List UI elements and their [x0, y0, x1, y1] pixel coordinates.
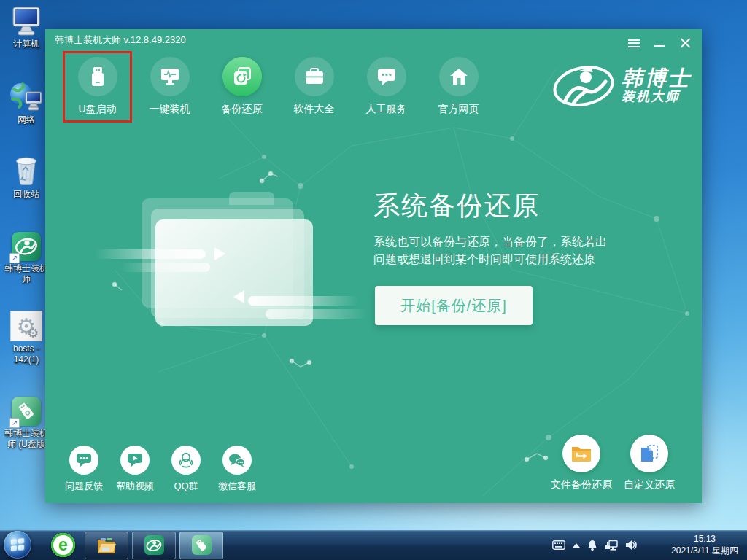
brand-logo: 韩博士 装机大师 [551, 61, 692, 109]
desktop-icon-label: hosts - 142(1) [3, 343, 50, 365]
page-title: 系统备份还原 [374, 188, 540, 224]
wechat-icon [222, 446, 252, 475]
app-window: 韩博士装机大师 v.12.8.49.2320 U盘启动 [45, 29, 702, 503]
desktop-icon-label: 回收站 [3, 189, 50, 200]
system-tray [552, 530, 638, 560]
file-backup-icon [562, 435, 600, 472]
hosts-gears-icon: ⚙⚙ [3, 309, 50, 341]
volume-icon[interactable] [625, 540, 638, 551]
footer-link-label: 问题反馈 [61, 480, 107, 493]
clock-date: 2021/3/11 星期四 [664, 545, 746, 556]
brand-name: 韩博士 [622, 67, 692, 89]
keyboard-icon[interactable] [552, 540, 565, 550]
backup-restore-icon [222, 57, 262, 96]
nav-label: U盘启动 [61, 103, 133, 116]
folders-illustration [140, 195, 322, 334]
footer-link-qq-group[interactable]: QQ群 [163, 446, 209, 493]
footer-link-label: 帮助视频 [112, 480, 158, 493]
recycle-bin-icon [3, 155, 50, 187]
desktop-icon-hosts[interactable]: ⚙⚙ hosts - 142(1) [3, 309, 50, 365]
briefcase-icon [295, 57, 334, 96]
window-title: 韩博士装机大师 v.12.8.49.2320 [55, 34, 186, 47]
nav-label: 软件大全 [278, 103, 350, 116]
nav-item-one-key-install[interactable]: 一键装机 [133, 57, 206, 116]
hanboshi-usb-icon [192, 535, 212, 555]
desktop-icon-hanboshi-usb[interactable]: ↗ 韩博士装机 师 (U盘版 [3, 394, 50, 450]
custom-restore-icon [630, 435, 668, 472]
show-hidden-icons-button[interactable] [573, 543, 580, 548]
taskbar-hanboshi-button[interactable] [132, 532, 176, 559]
taskbar-buttons [85, 530, 223, 560]
nav-label: 备份还原 [206, 103, 278, 116]
nav-item-usb-boot[interactable]: U盘启动 [61, 57, 133, 116]
hanboshi-app-icon [144, 535, 164, 555]
start-button[interactable] [4, 531, 31, 559]
hamburger-icon [628, 39, 640, 47]
menu-button[interactable] [626, 36, 642, 50]
footer-link-video-help[interactable]: 帮助视频 [112, 446, 158, 493]
taskbar-explorer-button[interactable] [85, 532, 128, 559]
taskbar-clock[interactable]: 15:13 2021/3/11 星期四 [664, 533, 746, 556]
page-description: 系统也可以备份与还原，当备份了，系统若出 问题或想退回到某个时间即可使用系统还原 [374, 233, 607, 268]
qq-icon [171, 446, 201, 475]
nav-label: 官方网页 [422, 103, 495, 116]
nav-item-backup-restore[interactable]: 备份还原 [206, 57, 278, 116]
nav-item-support[interactable]: 人工服务 [350, 57, 422, 116]
desktop-icon-label: 韩博士装机 师 [3, 263, 50, 285]
desktop-icon-recycle-bin[interactable]: 回收站 [3, 155, 50, 200]
footer-link-feedback[interactable]: 问题反馈 [61, 446, 107, 493]
nav-label: 一键装机 [133, 103, 206, 116]
network-status-icon[interactable] [605, 540, 618, 551]
clock-time: 15:13 [664, 533, 746, 545]
footer-link-label: QQ群 [163, 480, 209, 493]
arrow-right-icon [214, 247, 225, 260]
minimize-button[interactable] [651, 36, 667, 50]
brand-logo-icon [551, 61, 616, 109]
nav-item-software[interactable]: 软件大全 [278, 57, 350, 116]
notification-bell-icon[interactable] [587, 540, 597, 551]
desktop-icon-label: 计算机 [3, 39, 50, 50]
nav-label: 人工服务 [350, 103, 422, 116]
minimize-icon [654, 45, 665, 47]
windows-logo-icon [11, 538, 24, 551]
main-nav: U盘启动 一键装机 [61, 57, 495, 116]
footer-action-label: 自定义还原 [598, 478, 700, 491]
nav-item-official-site[interactable]: 官方网页 [422, 57, 495, 116]
hanboshi-usb-icon: ↗ [3, 394, 50, 426]
close-icon [680, 38, 691, 49]
network-icon [3, 80, 50, 112]
arrow-left-icon [233, 290, 244, 303]
desktop-icon-label: 韩博士装机 师 (U盘版 [3, 428, 50, 450]
window-controls [626, 36, 693, 50]
desktop-icon-hanboshi[interactable]: ↗ 韩博士装机 师 [3, 229, 50, 285]
footer-action-custom-restore[interactable]: 自定义还原 [598, 435, 700, 491]
taskbar: 15:13 2021/3/11 星期四 [0, 530, 747, 560]
shortcut-arrow-icon: ↗ [9, 253, 20, 263]
shortcut-arrow-icon: ↗ [9, 418, 20, 428]
brand-subtitle: 装机大师 [622, 89, 692, 104]
start-backup-restore-button[interactable]: 开始[备份/还原] [375, 286, 533, 325]
footer-link-label: 微信客服 [214, 480, 260, 493]
desktop-icon-computer[interactable]: 计算机 [3, 4, 50, 50]
taskbar-hanboshi-usb-button[interactable] [179, 532, 223, 559]
folder-explorer-icon [96, 537, 117, 554]
usb-drive-icon [78, 57, 117, 96]
hanboshi-app-icon: ↗ [3, 229, 50, 261]
video-help-icon [120, 446, 150, 475]
home-icon [439, 57, 479, 96]
chat-bubble-icon [367, 57, 406, 96]
monitor-pulse-icon [150, 57, 190, 96]
footer-link-wechat[interactable]: 微信客服 [214, 446, 260, 493]
feedback-icon [69, 446, 98, 475]
close-button[interactable] [677, 36, 693, 50]
taskbar-browser-icon[interactable] [51, 533, 75, 557]
desktop-icon-network[interactable]: 网络 [3, 80, 50, 125]
desktop: 计算机 网络 回收站 [0, 0, 747, 560]
computer-icon [3, 4, 50, 36]
desktop-icon-label: 网络 [3, 114, 50, 125]
